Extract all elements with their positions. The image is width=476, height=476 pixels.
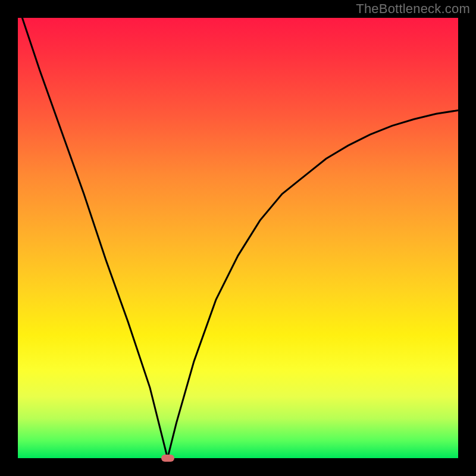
bottleneck-curve — [22, 18, 458, 458]
optimal-marker — [161, 455, 174, 462]
curve-svg — [18, 18, 458, 458]
watermark-label: TheBottleneck.com — [356, 1, 470, 17]
chart-frame: TheBottleneck.com — [0, 0, 476, 476]
plot-area — [18, 18, 458, 458]
